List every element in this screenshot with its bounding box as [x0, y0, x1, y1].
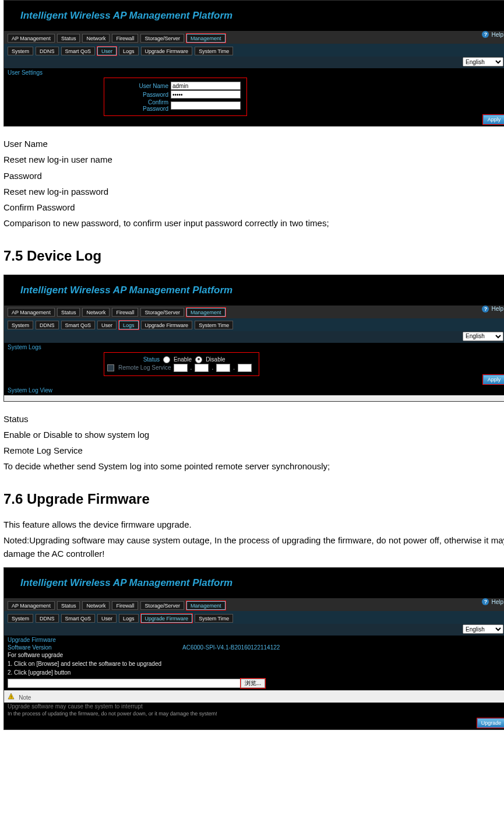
subtab-system[interactable]: System [8, 321, 33, 329]
ip-oct-1[interactable] [174, 364, 188, 372]
note-warning: Upgrade software may cause the system to… [4, 703, 504, 710]
tab-storage[interactable]: Storage/Server [140, 34, 184, 43]
value-software-version: AC6000-SPI-V4.1-B20160122114122 [182, 644, 280, 651]
app-title: Intelligent Wireless AP Management Platf… [4, 275, 504, 306]
heading-7-5: 7.5 Device Log [3, 248, 504, 264]
tab-management[interactable]: Management [186, 601, 225, 610]
nav-secondary: System DDNS Smart QoS User Logs Upgrade … [4, 611, 504, 624]
subtab-system[interactable]: System [8, 47, 33, 55]
upgrade-button[interactable]: Upgrade [477, 718, 504, 728]
tab-status[interactable]: Status [57, 308, 80, 317]
subtab-systime[interactable]: System Time [195, 47, 233, 55]
subtab-upgrade[interactable]: Upgrade Firmware [141, 614, 193, 623]
subtab-ddns[interactable]: DDNS [36, 321, 59, 329]
note-box: ! Note [4, 690, 504, 703]
tab-ap-management[interactable]: AP Management [8, 34, 55, 43]
help-label[interactable]: Help [491, 599, 503, 605]
doc-text: Status [3, 412, 504, 426]
tab-storage[interactable]: Storage/Server [140, 308, 184, 317]
subtab-ddns[interactable]: DDNS [36, 614, 59, 623]
doc-text: Reset new log-in user name [3, 153, 504, 166]
section-upgrade-firmware: Upgrade Firmware [4, 636, 504, 643]
subtab-smartqos[interactable]: Smart QoS [61, 614, 96, 623]
help-icon[interactable]: ? [482, 31, 489, 38]
doc-text: User Name [3, 137, 504, 150]
label-password: Password [122, 92, 168, 98]
ip-oct-4[interactable] [238, 364, 252, 372]
tab-network[interactable]: Network [82, 34, 110, 43]
help-icon[interactable]: ? [482, 306, 489, 313]
upgrade-instruction: 2. Click [upgrade] button [4, 668, 504, 677]
ip-oct-3[interactable] [216, 364, 230, 372]
language-select[interactable]: English [463, 57, 503, 66]
user-form: User Name admin Password ••••• Confirm P… [104, 78, 246, 115]
label-disable: Disable [206, 356, 225, 363]
firmware-file-input[interactable] [8, 679, 241, 688]
doc-text: Password [3, 169, 504, 182]
tab-firewall[interactable]: Firewall [112, 601, 138, 610]
radio-enable[interactable] [163, 356, 170, 363]
label-software-version: Software Version [8, 644, 182, 651]
tab-ap-management[interactable]: AP Management [8, 601, 55, 610]
subtab-upgrade[interactable]: Upgrade Firmware [141, 321, 193, 329]
subtab-ddns[interactable]: DDNS [36, 47, 59, 55]
doc-text: To decide whether send System log into s… [3, 459, 504, 473]
confirm-input[interactable] [171, 101, 241, 110]
tab-storage[interactable]: Storage/Server [140, 601, 184, 610]
subtab-user[interactable]: User [97, 47, 117, 55]
tab-firewall[interactable]: Firewall [112, 308, 138, 317]
label-remote: Remote Log Service [118, 364, 171, 371]
subtab-systime[interactable]: System Time [195, 614, 233, 623]
tab-network[interactable]: Network [82, 308, 110, 317]
tab-management[interactable]: Management [186, 34, 225, 43]
subtab-smartqos[interactable]: Smart QoS [61, 321, 96, 329]
apply-button[interactable]: Apply [483, 115, 504, 124]
subtab-smartqos[interactable]: Smart QoS [61, 47, 96, 55]
subtab-user[interactable]: User [97, 614, 117, 623]
tab-management[interactable]: Management [186, 308, 225, 317]
browse-button[interactable]: 浏览... [241, 679, 265, 688]
help-label[interactable]: Help [491, 31, 503, 38]
subtab-system[interactable]: System [8, 614, 33, 623]
subtab-upgrade[interactable]: Upgrade Firmware [141, 47, 193, 55]
apply-button[interactable]: Apply [483, 375, 504, 384]
note-label: Note [19, 694, 31, 701]
label-confirm: Confirm Password [122, 99, 168, 112]
tab-ap-management[interactable]: AP Management [8, 308, 55, 317]
checkbox-remote[interactable] [107, 364, 114, 371]
label-username: User Name [122, 83, 168, 89]
tab-firewall[interactable]: Firewall [112, 34, 138, 43]
help-label[interactable]: Help [491, 306, 503, 312]
subtab-logs[interactable]: Logs [119, 47, 139, 55]
subtab-logs[interactable]: Logs [119, 321, 139, 329]
section-system-logs: System Logs [4, 343, 504, 350]
tab-status[interactable]: Status [57, 601, 80, 610]
upgrade-firmware-screenshot: Intelligent Wireless AP Management Platf… [3, 567, 504, 730]
ip-oct-2[interactable] [195, 364, 209, 372]
device-log-screenshot: Intelligent Wireless AP Management Platf… [3, 275, 504, 402]
subtab-user[interactable]: User [97, 321, 117, 329]
doc-text: Remote Log Service [3, 444, 504, 457]
section-log-view: System Log View [4, 386, 504, 395]
language-select[interactable]: English [463, 332, 503, 341]
heading-7-6: 7.6 Upgrade Firmware [3, 491, 504, 507]
subtab-logs[interactable]: Logs [119, 614, 139, 623]
nav-secondary: System DDNS Smart QoS User Logs Upgrade … [4, 44, 504, 57]
doc-text: Noted:Upgrading software may cause syste… [3, 533, 504, 561]
subtab-systime[interactable]: System Time [195, 321, 233, 329]
section-user-settings: User Settings [4, 68, 504, 76]
label-enable: Enable [174, 356, 192, 363]
tab-status[interactable]: Status [57, 34, 80, 43]
upgrade-instruction: 1. Click on [Browse] and select the soft… [4, 659, 504, 668]
upgrade-instruction: For software upgrade [4, 651, 504, 659]
log-view-area [4, 395, 504, 401]
tab-network[interactable]: Network [82, 601, 110, 610]
radio-disable[interactable] [195, 356, 202, 363]
password-input[interactable]: ••••• [171, 90, 241, 99]
app-title: Intelligent Wireless AP Management Platf… [4, 568, 504, 598]
app-title: Intelligent Wireless AP Management Platf… [4, 1, 504, 31]
doc-text: Enable or Disable to show system log [3, 428, 504, 441]
username-input[interactable]: admin [171, 82, 241, 90]
language-select[interactable]: English [463, 624, 503, 634]
help-icon[interactable]: ? [482, 598, 489, 605]
